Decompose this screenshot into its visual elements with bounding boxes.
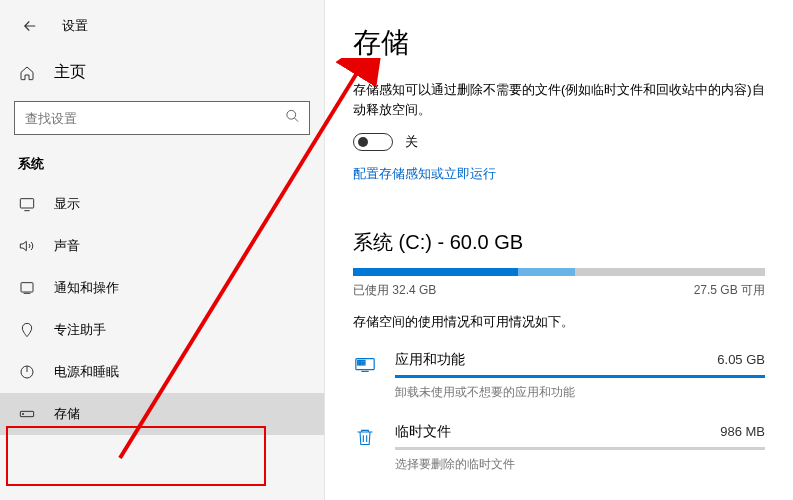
category-bar bbox=[395, 447, 765, 450]
toggle-state-label: 关 bbox=[405, 133, 418, 151]
back-button[interactable] bbox=[18, 14, 42, 38]
section-label: 系统 bbox=[0, 149, 324, 183]
power-icon bbox=[18, 363, 36, 381]
category-bar bbox=[395, 375, 765, 378]
category-sub: 卸载未使用或不想要的应用和功能 bbox=[395, 384, 765, 401]
configure-storage-sense-link[interactable]: 配置存储感知或立即运行 bbox=[353, 165, 765, 183]
search-icon bbox=[285, 109, 300, 128]
toggle-knob bbox=[358, 137, 368, 147]
svg-point-0 bbox=[287, 110, 296, 119]
sidebar-item-power[interactable]: 电源和睡眠 bbox=[0, 351, 324, 393]
category-apps[interactable]: 应用和功能 6.05 GB 卸载未使用或不想要的应用和功能 bbox=[353, 351, 765, 401]
category-name: 临时文件 bbox=[395, 423, 451, 441]
page-title: 存储 bbox=[353, 24, 765, 62]
svg-point-5 bbox=[22, 413, 23, 414]
home-icon bbox=[18, 64, 36, 82]
svg-rect-10 bbox=[358, 363, 360, 365]
sidebar-item-storage[interactable]: 存储 bbox=[0, 393, 324, 435]
trash-icon bbox=[353, 425, 377, 449]
svg-rect-8 bbox=[360, 360, 362, 362]
home-label: 主页 bbox=[54, 62, 86, 83]
storage-icon bbox=[18, 405, 36, 423]
search-input[interactable] bbox=[14, 101, 310, 135]
sidebar-item-label: 显示 bbox=[54, 195, 80, 213]
sidebar-item-label: 专注助手 bbox=[54, 321, 106, 339]
sidebar-item-focus[interactable]: 专注助手 bbox=[0, 309, 324, 351]
category-size: 6.05 GB bbox=[717, 352, 765, 367]
apps-icon bbox=[353, 353, 377, 377]
home-nav[interactable]: 主页 bbox=[0, 52, 324, 93]
svg-rect-1 bbox=[20, 199, 33, 208]
svg-rect-11 bbox=[360, 363, 362, 365]
usage-description: 存储空间的使用情况和可用情况如下。 bbox=[353, 313, 765, 331]
storage-sense-description: 存储感知可以通过删除不需要的文件(例如临时文件和回收站中的内容)自动释放空间。 bbox=[353, 80, 765, 119]
category-sub: 选择要删除的临时文件 bbox=[395, 456, 765, 473]
used-label: 已使用 32.4 GB bbox=[353, 282, 436, 299]
category-temp[interactable]: 临时文件 986 MB 选择要删除的临时文件 bbox=[353, 423, 765, 473]
svg-rect-7 bbox=[358, 360, 360, 362]
sidebar-item-display[interactable]: 显示 bbox=[0, 183, 324, 225]
sidebar-item-label: 电源和睡眠 bbox=[54, 363, 119, 381]
category-size: 986 MB bbox=[720, 424, 765, 439]
svg-rect-12 bbox=[363, 363, 365, 365]
svg-rect-9 bbox=[363, 360, 365, 362]
sidebar-item-notifications[interactable]: 通知和操作 bbox=[0, 267, 324, 309]
storage-sense-toggle[interactable] bbox=[353, 133, 393, 151]
notifications-icon bbox=[18, 279, 36, 297]
sidebar-item-label: 存储 bbox=[54, 405, 80, 423]
drive-title: 系统 (C:) - 60.0 GB bbox=[353, 229, 765, 256]
sidebar-item-label: 声音 bbox=[54, 237, 80, 255]
sound-icon bbox=[18, 237, 36, 255]
app-title: 设置 bbox=[62, 17, 88, 35]
display-icon bbox=[18, 195, 36, 213]
svg-rect-2 bbox=[21, 283, 33, 292]
drive-usage-bar bbox=[353, 268, 765, 276]
focus-icon bbox=[18, 321, 36, 339]
free-label: 27.5 GB 可用 bbox=[694, 282, 765, 299]
category-name: 应用和功能 bbox=[395, 351, 465, 369]
sidebar-item-sound[interactable]: 声音 bbox=[0, 225, 324, 267]
sidebar-item-label: 通知和操作 bbox=[54, 279, 119, 297]
